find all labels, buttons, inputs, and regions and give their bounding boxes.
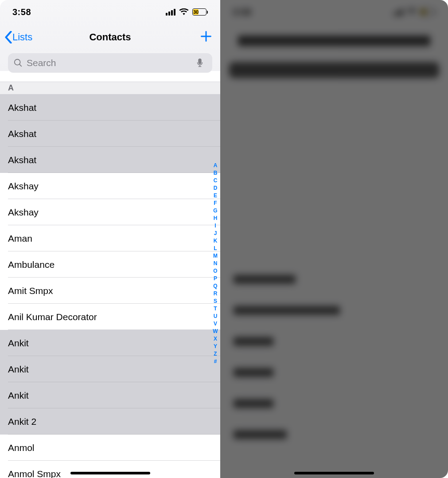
index-letter[interactable]: Q [213, 282, 217, 290]
contact-row[interactable]: Ankit [0, 382, 220, 408]
section-header: A [0, 82, 220, 94]
nav-bar: Lists Contacts [0, 24, 220, 51]
contact-row[interactable]: Ankit 2 [0, 408, 220, 435]
page-title: Contacts [89, 31, 131, 43]
contacts-list[interactable]: AkshatAkshatAkshatAkshayAkshayAmanAmbula… [0, 94, 220, 478]
index-letter[interactable]: Y [214, 343, 217, 350]
status-time: 3:58 [12, 7, 31, 17]
contact-row[interactable]: Amit Smpx [0, 278, 220, 304]
plus-icon [200, 30, 212, 43]
index-letter[interactable]: S [214, 298, 217, 305]
index-letter[interactable]: J [214, 230, 217, 237]
index-letter[interactable]: K [214, 237, 218, 245]
index-letter[interactable]: E [214, 192, 217, 200]
index-letter[interactable]: O [213, 267, 217, 275]
index-letter[interactable]: H [214, 215, 218, 222]
contact-row[interactable]: Akshat [0, 94, 220, 121]
battery-icon: 30 [192, 8, 208, 16]
index-letter[interactable]: M [213, 252, 218, 260]
index-letter[interactable]: V [214, 320, 217, 328]
index-letter[interactable]: N [214, 260, 218, 267]
cellular-icon [166, 9, 175, 16]
index-letter[interactable]: W [213, 328, 218, 335]
index-letter[interactable]: U [214, 313, 218, 320]
contact-row[interactable]: Anil Kumar Decorator [0, 304, 220, 330]
screenshot-left: 3:58 30 Lists Contacts Search A AkshatAk… [0, 0, 220, 478]
back-label: Lists [12, 31, 32, 43]
status-bar: 3:58 30 [0, 0, 220, 24]
search-placeholder: Search [27, 58, 56, 68]
search-field[interactable]: Search [8, 53, 212, 73]
dim-overlay[interactable] [220, 0, 448, 478]
back-button[interactable]: Lists [4, 31, 32, 43]
index-letter[interactable]: L [214, 245, 217, 252]
index-letter[interactable]: B [214, 169, 218, 177]
home-indicator[interactable] [70, 472, 150, 474]
index-letter[interactable]: F [214, 200, 217, 207]
index-letter[interactable]: D [214, 184, 218, 192]
home-indicator[interactable] [294, 472, 374, 474]
contact-row[interactable]: Akshat [0, 121, 220, 147]
wifi-icon [179, 8, 189, 16]
contact-row[interactable]: Akshat [0, 147, 220, 173]
mic-icon[interactable] [196, 58, 203, 68]
status-icons: 30 [166, 8, 208, 16]
contact-row[interactable]: Akshay [0, 173, 220, 199]
index-letter[interactable]: R [214, 290, 218, 298]
contact-row[interactable]: Anmol [0, 435, 220, 461]
index-letter[interactable]: I [214, 222, 216, 230]
contact-row[interactable]: Akshay [0, 199, 220, 225]
index-letter[interactable]: Z [214, 350, 217, 358]
index-letter[interactable]: # [214, 358, 217, 365]
index-letter[interactable]: C [214, 177, 218, 184]
index-letter[interactable]: G [213, 207, 217, 215]
contact-row[interactable]: Ankit [0, 356, 220, 382]
index-letter[interactable]: A [214, 162, 218, 169]
chevron-left-icon [4, 31, 12, 43]
contact-row[interactable]: Aman [0, 225, 220, 251]
index-bar[interactable]: ABCDEFGHIJKLMNOPQRSTUVWXYZ# [211, 162, 219, 365]
search-icon [13, 58, 23, 68]
contact-row[interactable]: Ambulance [0, 251, 220, 278]
svg-rect-1 [198, 59, 201, 64]
index-letter[interactable]: P [214, 275, 217, 282]
contact-row[interactable]: Ankit [0, 330, 220, 356]
contact-row[interactable]: Anmol Smpx [0, 461, 220, 478]
index-letter[interactable]: T [214, 305, 217, 313]
screenshot-right: 3:58 30 Akshat 7 Copy Share Merge 7 Card… [220, 0, 448, 478]
index-letter[interactable]: X [214, 335, 217, 343]
add-button[interactable] [200, 30, 212, 44]
